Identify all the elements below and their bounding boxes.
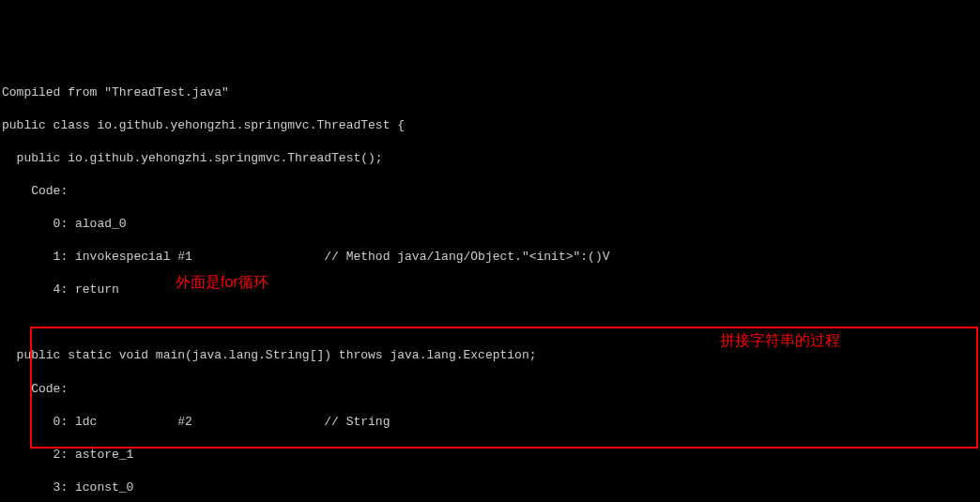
blank-line	[2, 314, 978, 331]
bytecode-line: 1: invokespecial #1 // Method java/lang/…	[2, 249, 978, 266]
string-concat-annotation: 拼接字符串的过程	[720, 330, 840, 351]
code-label: Code:	[2, 183, 978, 200]
bytecode-line: 2: astore_1	[2, 447, 978, 464]
compiled-from-line: Compiled from "ThreadTest.java"	[2, 84, 978, 101]
bytecode-line: 0: ldc #2 // String	[2, 414, 978, 431]
terminal-output: Compiled from "ThreadTest.java" public c…	[2, 68, 978, 502]
constructor-signature: public io.github.yehongzhi.springmvc.Thr…	[2, 150, 978, 167]
class-declaration: public class io.github.yehongzhi.springm…	[2, 117, 978, 134]
code-label: Code:	[2, 381, 978, 398]
bytecode-line: 4: return	[2, 281, 978, 298]
for-loop-annotation: 外面是for循环	[176, 272, 268, 293]
bytecode-line: 3: iconst_0	[2, 479, 978, 496]
bytecode-line: 0: aload_0	[2, 216, 978, 233]
